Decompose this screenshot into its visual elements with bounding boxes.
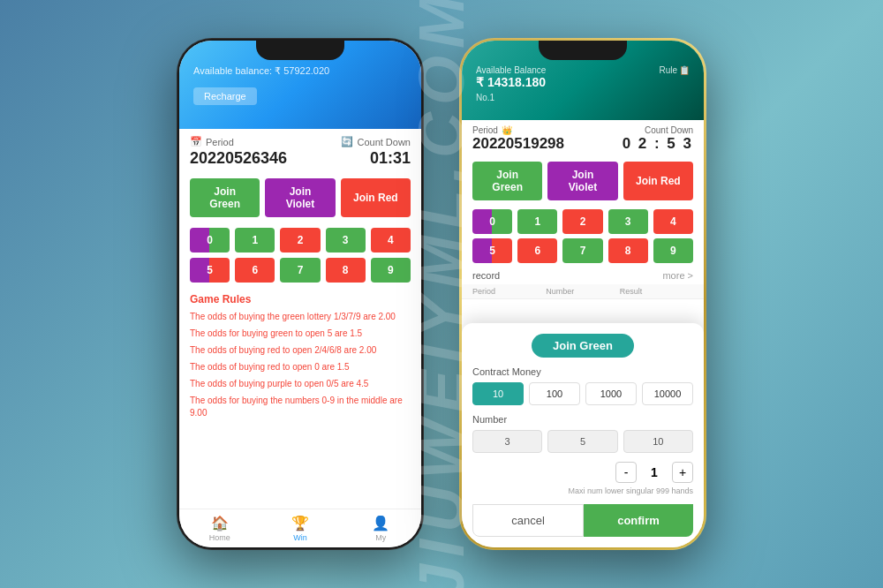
number-grid-2: 0 1 2 3 4 5 6 7 8 9 — [462, 206, 704, 267]
num-btn-6[interactable]: 6 — [235, 258, 275, 283]
max-note: Maxi num lower singular 999 hands — [472, 486, 693, 495]
cancel-button[interactable]: cancel — [472, 504, 584, 537]
rule-item-4: The odds of buying red to open 0 are 1.5 — [190, 361, 411, 373]
rule-item-6: The odds for buying the numbers 0-9 in t… — [190, 395, 411, 419]
nav-my[interactable]: 👤 My — [341, 509, 421, 547]
modal-footer: cancel confirm — [472, 504, 693, 537]
phone-2-main: Period 👑 Count Down 20220519298 0 2 : 5 … — [462, 120, 704, 547]
phone-2: Available Balance Rule 📋 ₹ 14318.180 No.… — [459, 38, 706, 550]
number-row-2-1: 0 1 2 3 4 — [472, 209, 693, 234]
join-violet-button[interactable]: Join Violet — [265, 178, 335, 217]
period-header: 📅 Period 🔄 Count Down — [190, 136, 411, 147]
phone-1-inner: Available balance: ₹ 57922.020 Recharge … — [179, 41, 421, 547]
num-btn-9[interactable]: 9 — [371, 258, 411, 283]
modal-overlay: Join Green Contract Money 10 100 1000 10… — [462, 323, 704, 547]
home-icon: 🏠 — [211, 515, 229, 531]
nav-my-label: My — [375, 533, 386, 542]
period-section: 📅 Period 🔄 Count Down 20220526346 01:31 — [179, 129, 421, 171]
join-green-button-2[interactable]: Join Green — [472, 162, 542, 200]
nav-win[interactable]: 🏆 Win — [260, 509, 340, 547]
balance-label: Available balance: ₹ 57922.020 — [193, 65, 407, 77]
number-row-1: 0 1 2 3 4 — [190, 228, 411, 253]
stepper-value: 1 — [645, 465, 663, 479]
contract-100[interactable]: 100 — [529, 382, 580, 405]
phone-1-content: Available balance: ₹ 57922.020 Recharge … — [179, 41, 421, 547]
contract-money-label: Contract Money — [472, 366, 693, 377]
stepper-minus-button[interactable]: - — [615, 462, 637, 483]
number-row-2-2: 5 6 7 8 9 — [472, 238, 693, 263]
stepper-plus-button[interactable]: + — [672, 462, 693, 483]
table-col-number: Number — [546, 287, 619, 296]
num-btn-2-2[interactable]: 2 — [562, 209, 602, 234]
join-buttons: Join Green Join Violet Join Red — [179, 171, 421, 224]
number-opt-10[interactable]: 10 — [623, 430, 693, 453]
game-rules-section: Game Rules The odds of buying the green … — [179, 286, 421, 509]
balance-header-row: Available Balance Rule 📋 — [476, 65, 690, 75]
period-row-2: 20220519298 0 2 : 5 3 — [472, 135, 693, 153]
number-label: Number — [472, 414, 693, 425]
modal-title-button[interactable]: Join Green — [532, 334, 634, 358]
phone-2-inner: Available Balance Rule 📋 ₹ 14318.180 No.… — [462, 41, 704, 547]
number-options: 3 5 10 — [472, 430, 693, 453]
num-btn-2-6[interactable]: 6 — [517, 238, 557, 263]
num-btn-2-1[interactable]: 1 — [517, 209, 557, 234]
contract-10[interactable]: 10 — [472, 382, 524, 405]
num-btn-5[interactable]: 5 — [190, 258, 230, 283]
rule-item-3: The odds of buying red to open 2/4/6/8 a… — [190, 344, 411, 357]
nav-home[interactable]: 🏠 Home — [179, 509, 260, 547]
num-btn-0[interactable]: 0 — [190, 228, 230, 253]
countdown-label: 🔄 Count Down — [341, 136, 411, 147]
number-grid: 0 1 2 3 4 5 6 7 8 9 — [179, 224, 421, 286]
table-col-result: Result — [620, 287, 693, 296]
rule-item-2: The odds for buying green to open 5 are … — [190, 328, 411, 340]
period-label-2: Period 👑 — [472, 125, 512, 135]
more-link[interactable]: more > — [662, 270, 693, 281]
rule-item-1: The odds of buying the green lottery 1/3… — [190, 311, 411, 323]
num-btn-2-0[interactable]: 0 — [472, 209, 512, 234]
join-red-button[interactable]: Join Red — [341, 178, 411, 217]
nav-win-label: Win — [293, 533, 307, 542]
num-btn-2-5[interactable]: 5 — [472, 238, 512, 263]
num-btn-7[interactable]: 7 — [280, 258, 320, 283]
confirm-button[interactable]: confirm — [584, 504, 693, 537]
num-btn-1[interactable]: 1 — [235, 228, 275, 253]
recharge-button[interactable]: Recharge — [193, 87, 257, 105]
rule-button[interactable]: Rule 📋 — [659, 65, 690, 75]
contract-1000[interactable]: 1000 — [585, 382, 637, 405]
num-btn-2-8[interactable]: 8 — [608, 238, 648, 263]
period-number-2: 20220519298 — [472, 135, 564, 153]
number-opt-3[interactable]: 3 — [472, 430, 542, 453]
num-btn-2-9[interactable]: 9 — [653, 238, 693, 263]
game-rules-title: Game Rules — [190, 293, 411, 305]
num-btn-8[interactable]: 8 — [326, 258, 366, 283]
number-opt-5[interactable]: 5 — [547, 430, 617, 453]
period-header-2: Period 👑 Count Down — [472, 125, 693, 135]
record-row: record more > — [462, 267, 704, 284]
phone-1: Available balance: ₹ 57922.020 Recharge … — [177, 38, 424, 550]
calendar-icon: 📅 — [190, 136, 202, 147]
num-btn-3[interactable]: 3 — [326, 228, 366, 253]
crown-icon: 👑 — [502, 125, 512, 135]
balance-amount-2: ₹ 14318.180 — [476, 75, 690, 89]
rule-item-5: The odds of buying purple to open 0/5 ar… — [190, 378, 411, 390]
record-label: record — [472, 270, 500, 281]
table-col-period: Period — [472, 287, 546, 296]
table-header: Period Number Result — [462, 284, 704, 299]
win-icon: 🏆 — [291, 515, 309, 531]
num-btn-2-3[interactable]: 3 — [608, 209, 648, 234]
phone-1-notch — [256, 41, 344, 60]
period-row: 20220526346 01:31 — [190, 149, 411, 168]
num-btn-2-4[interactable]: 4 — [653, 209, 693, 234]
join-green-button[interactable]: Join Green — [190, 178, 260, 217]
period-section-2: Period 👑 Count Down 20220519298 0 2 : 5 … — [462, 120, 704, 156]
num-btn-2-7[interactable]: 7 — [562, 238, 602, 263]
bottom-nav: 🏠 Home 🏆 Win 👤 My — [179, 509, 421, 547]
countdown-time-2: 0 2 : 5 3 — [623, 135, 693, 153]
rule-icon: 📋 — [679, 65, 690, 75]
clock-icon: 🔄 — [341, 136, 353, 147]
join-violet-button-2[interactable]: Join Violet — [547, 162, 617, 200]
num-btn-4[interactable]: 4 — [371, 228, 411, 253]
join-red-button-2[interactable]: Join Red — [623, 162, 693, 200]
num-btn-2[interactable]: 2 — [280, 228, 320, 253]
contract-10000[interactable]: 10000 — [642, 382, 693, 405]
